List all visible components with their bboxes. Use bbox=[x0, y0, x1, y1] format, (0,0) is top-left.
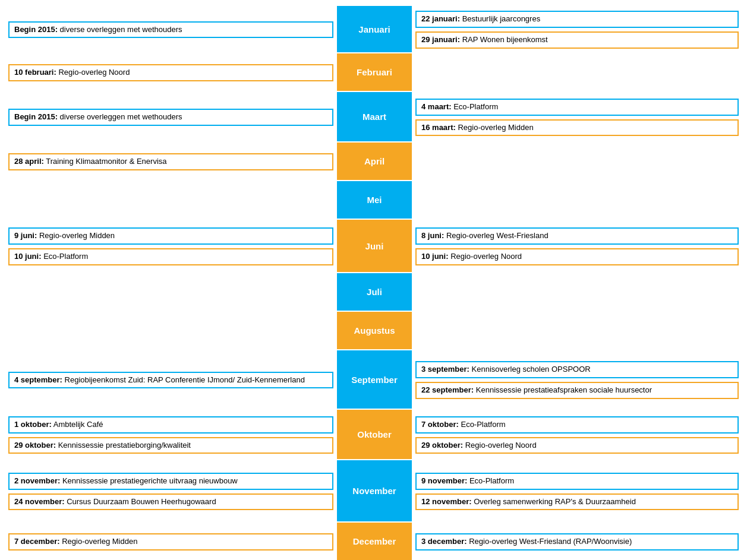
left-events-maart: Begin 2015: diverse overleggen met wetho… bbox=[6, 92, 336, 143]
event-box: 9 november: Eco-Platform bbox=[415, 473, 739, 490]
right-events-juli bbox=[413, 273, 741, 312]
month-cell-mei: Mei bbox=[336, 181, 413, 220]
event-box: 22 september: Kennissessie prestatieafsp… bbox=[415, 382, 739, 399]
event-box: Begin 2015: diverse overleggen met wetho… bbox=[8, 109, 333, 126]
left-events-juni: 9 juni: Regio-overleg Midden10 juni: Eco… bbox=[6, 220, 336, 273]
left-events-april: 28 april: Training Klimaatmonitor & Ener… bbox=[6, 143, 336, 181]
month-label: Augustus bbox=[354, 325, 395, 336]
event-box: 28 april: Training Klimaatmonitor & Ener… bbox=[8, 153, 333, 170]
month-label: Maart bbox=[363, 112, 386, 122]
event-box: 29 oktober: Regio-overleg Noord bbox=[415, 437, 739, 454]
left-events-september: 4 september: Regiobijeenkomst Zuid: RAP … bbox=[6, 350, 336, 410]
month-label: Januari bbox=[358, 24, 390, 34]
month-cell-februari: Februari bbox=[336, 53, 413, 92]
month-label: September bbox=[351, 375, 398, 385]
row-group-april: 28 april: Training Klimaatmonitor & Ener… bbox=[6, 143, 741, 181]
right-events-maart: 4 maart: Eco-Platform16 maart: Regio-ove… bbox=[413, 92, 741, 143]
month-cell-december: December bbox=[336, 523, 413, 560]
event-box: 2 november: Kennissessie prestatiegerich… bbox=[8, 473, 333, 490]
month-cell-januari: Januari bbox=[336, 6, 413, 53]
event-box: 22 januari: Bestuurlijk jaarcongres bbox=[415, 11, 739, 28]
event-box: 8 juni: Regio-overleg West-Friesland bbox=[415, 227, 739, 245]
left-events-november: 2 november: Kennissessie prestatiegerich… bbox=[6, 460, 336, 523]
row-group-augustus: Augustus bbox=[6, 312, 741, 350]
month-label: April bbox=[364, 156, 384, 166]
event-box: 10 juni: Regio-overleg Noord bbox=[415, 248, 739, 265]
event-box: 4 maart: Eco-Platform bbox=[415, 99, 739, 116]
month-label: Juni bbox=[365, 241, 384, 251]
event-box: 24 november: Cursus Duurzaam Bouwen Heer… bbox=[8, 493, 333, 511]
right-events-juni: 8 juni: Regio-overleg West-Friesland10 j… bbox=[413, 220, 741, 273]
row-group-februari: 10 februari: Regio-overleg NoordFebruari bbox=[6, 53, 741, 92]
row-group-maart: Begin 2015: diverse overleggen met wetho… bbox=[6, 92, 741, 143]
row-group-juli: Juli bbox=[6, 273, 741, 312]
event-box: 3 september: Kennisoverleg scholen OPSPO… bbox=[415, 361, 739, 378]
right-events-september: 3 september: Kennisoverleg scholen OPSPO… bbox=[413, 350, 741, 410]
event-box: 10 februari: Regio-overleg Noord bbox=[8, 64, 333, 81]
month-label: Juli bbox=[367, 287, 382, 297]
right-events-april bbox=[413, 143, 741, 181]
month-cell-april: April bbox=[336, 143, 413, 181]
month-cell-augustus: Augustus bbox=[336, 312, 413, 350]
event-box: 29 oktober: Kennissessie prestatieborgin… bbox=[8, 437, 333, 454]
event-box: Begin 2015: diverse overleggen met wetho… bbox=[8, 21, 333, 39]
left-events-juli bbox=[6, 273, 336, 312]
row-group-september: 4 september: Regiobijeenkomst Zuid: RAP … bbox=[6, 350, 741, 410]
month-cell-juli: Juli bbox=[336, 273, 413, 312]
month-label: November bbox=[352, 486, 396, 496]
event-box: 7 oktober: Eco-Platform bbox=[415, 416, 739, 434]
right-events-januari: 22 januari: Bestuurlijk jaarcongres29 ja… bbox=[413, 6, 741, 53]
left-events-mei bbox=[6, 181, 336, 220]
event-box: 9 juni: Regio-overleg Midden bbox=[8, 227, 333, 245]
row-group-december: 7 december: Regio-overleg MiddenDecember… bbox=[6, 523, 741, 560]
right-events-augustus bbox=[413, 312, 741, 350]
month-cell-oktober: Oktober bbox=[336, 410, 413, 460]
event-box: 10 juni: Eco-Platform bbox=[8, 248, 333, 265]
event-box: 12 november: Overleg samenwerking RAP's … bbox=[415, 493, 739, 511]
right-events-mei bbox=[413, 181, 741, 220]
month-cell-september: September bbox=[336, 350, 413, 410]
right-events-oktober: 7 oktober: Eco-Platform29 oktober: Regio… bbox=[413, 410, 741, 460]
left-events-oktober: 1 oktober: Ambtelijk Café29 oktober: Ken… bbox=[6, 410, 336, 460]
right-events-februari bbox=[413, 53, 741, 92]
event-box: 3 december: Regio-overleg West-Friesland… bbox=[415, 533, 739, 550]
calendar-container: Begin 2015: diverse overleggen met wetho… bbox=[6, 6, 741, 560]
month-cell-juni: Juni bbox=[336, 220, 413, 273]
month-label: December bbox=[353, 536, 396, 546]
right-events-december: 3 december: Regio-overleg West-Friesland… bbox=[413, 523, 741, 560]
left-events-augustus bbox=[6, 312, 336, 350]
month-label: Mei bbox=[367, 195, 382, 205]
row-group-juni: 9 juni: Regio-overleg Midden10 juni: Eco… bbox=[6, 220, 741, 273]
event-box: 29 januari: RAP Wonen bijeenkomst bbox=[415, 31, 739, 49]
event-box: 1 oktober: Ambtelijk Café bbox=[8, 416, 333, 434]
row-group-januari: Begin 2015: diverse overleggen met wetho… bbox=[6, 6, 741, 53]
month-label: Februari bbox=[357, 67, 392, 77]
row-group-november: 2 november: Kennissessie prestatiegerich… bbox=[6, 460, 741, 523]
event-box: 16 maart: Regio-overleg Midden bbox=[415, 119, 739, 137]
left-events-december: 7 december: Regio-overleg Midden bbox=[6, 523, 336, 560]
row-group-oktober: 1 oktober: Ambtelijk Café29 oktober: Ken… bbox=[6, 410, 741, 460]
right-events-november: 9 november: Eco-Platform12 november: Ove… bbox=[413, 460, 741, 523]
left-events-januari: Begin 2015: diverse overleggen met wetho… bbox=[6, 6, 336, 53]
month-label: Oktober bbox=[357, 429, 392, 439]
row-group-mei: Mei bbox=[6, 181, 741, 220]
month-cell-maart: Maart bbox=[336, 92, 413, 143]
event-box: 4 september: Regiobijeenkomst Zuid: RAP … bbox=[8, 372, 333, 389]
left-events-februari: 10 februari: Regio-overleg Noord bbox=[6, 53, 336, 92]
event-box: 7 december: Regio-overleg Midden bbox=[8, 533, 333, 550]
month-cell-november: November bbox=[336, 460, 413, 523]
